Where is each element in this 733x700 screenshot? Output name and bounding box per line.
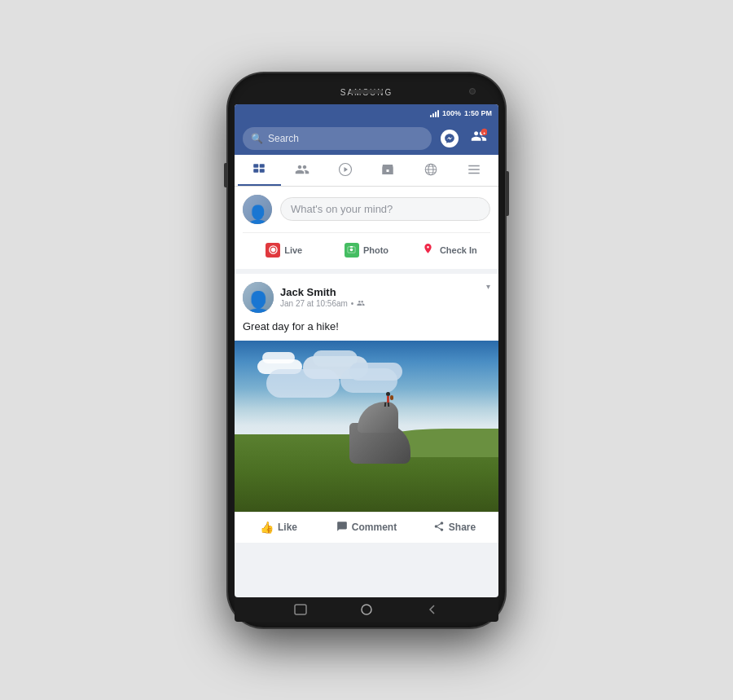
time-text: 1:50 PM bbox=[464, 109, 492, 117]
post-image bbox=[235, 341, 498, 512]
share-icon bbox=[433, 521, 445, 535]
post-options-chevron[interactable]: ▾ bbox=[486, 282, 490, 291]
share-label: Share bbox=[449, 522, 476, 533]
post-author-name: Jack Smith bbox=[280, 286, 365, 298]
back-button[interactable] bbox=[424, 604, 441, 615]
composer-actions: Live Photo bbox=[243, 232, 490, 261]
svg-rect-21 bbox=[295, 605, 306, 614]
svg-rect-2 bbox=[254, 164, 259, 168]
recent-apps-button[interactable] bbox=[292, 604, 309, 615]
side-button-volume bbox=[224, 163, 227, 187]
tab-friends[interactable] bbox=[281, 155, 324, 186]
photo-action-button[interactable]: Photo bbox=[325, 240, 407, 261]
svg-rect-20 bbox=[350, 246, 353, 248]
messenger-icon bbox=[441, 130, 459, 147]
post-text-content: Great day for a hike! bbox=[235, 318, 498, 341]
checkin-action-button[interactable]: Check In bbox=[408, 240, 490, 261]
rock-top bbox=[358, 402, 398, 433]
hiker-figure bbox=[384, 392, 391, 405]
phone-bottom-bar bbox=[235, 597, 498, 622]
live-icon bbox=[266, 243, 280, 258]
post-separator: • bbox=[351, 299, 354, 308]
signal-bar-3 bbox=[435, 112, 437, 117]
cloud-4 bbox=[266, 369, 340, 398]
phone-top-bar: SAMSUNG bbox=[235, 81, 498, 104]
checkin-icon bbox=[421, 243, 436, 258]
front-camera bbox=[469, 88, 476, 95]
search-placeholder: Search bbox=[268, 133, 299, 144]
cloud-2b bbox=[313, 350, 358, 367]
avatar-face bbox=[243, 195, 272, 224]
live-label: Live bbox=[284, 245, 302, 255]
signal-bar-2 bbox=[432, 113, 434, 117]
tab-menu[interactable] bbox=[452, 155, 495, 186]
live-action-button[interactable]: Live bbox=[243, 240, 325, 261]
comment-button[interactable]: Comment bbox=[323, 516, 410, 539]
svg-rect-4 bbox=[254, 169, 259, 173]
phone-screen: 100% 1:50 PM 🔍 Search bbox=[235, 104, 498, 597]
tab-globe[interactable] bbox=[410, 155, 453, 186]
backpack bbox=[390, 395, 393, 400]
like-icon: 👍 bbox=[260, 521, 274, 534]
svg-rect-3 bbox=[260, 164, 265, 168]
svg-text:+: + bbox=[483, 130, 485, 135]
facebook-header: 🔍 Search + bbox=[235, 122, 498, 155]
phone-speaker bbox=[350, 90, 383, 94]
like-label: Like bbox=[278, 522, 297, 533]
whats-on-mind-input[interactable]: What's on your mind? bbox=[280, 197, 490, 221]
navigation-tabs bbox=[235, 155, 498, 187]
post-author-details: Jack Smith Jan 27 at 10:56am • bbox=[280, 286, 365, 309]
hiker-body bbox=[387, 396, 389, 403]
post-author-avatar bbox=[243, 282, 274, 313]
svg-point-22 bbox=[362, 605, 371, 614]
messenger-button[interactable] bbox=[438, 127, 461, 150]
leg-left bbox=[384, 403, 386, 407]
photo-icon bbox=[345, 243, 359, 258]
composer-top: What's on your mind? bbox=[243, 195, 490, 224]
post-card: Jack Smith Jan 27 at 10:56am • ▾ bbox=[235, 274, 498, 543]
post-date: Jan 27 at 10:56am bbox=[280, 299, 348, 308]
user-avatar bbox=[243, 195, 272, 224]
side-button-power bbox=[506, 171, 509, 216]
cloud-5 bbox=[340, 368, 397, 393]
search-bar[interactable]: 🔍 Search bbox=[243, 127, 432, 150]
share-button[interactable]: Share bbox=[410, 516, 498, 539]
tab-marketplace[interactable] bbox=[366, 155, 410, 186]
search-icon: 🔍 bbox=[251, 133, 263, 144]
phone-device: SAMSUNG 100% 1:50 PM 🔍 Search bbox=[228, 73, 505, 627]
svg-rect-5 bbox=[260, 169, 265, 173]
tab-home[interactable] bbox=[238, 155, 281, 186]
photo-label: Photo bbox=[363, 245, 388, 255]
home-button[interactable] bbox=[358, 604, 375, 615]
post-privacy-icon bbox=[357, 299, 365, 309]
like-button[interactable]: 👍 Like bbox=[235, 516, 323, 539]
battery-text: 100% bbox=[442, 109, 461, 117]
friend-requests-button[interactable]: + bbox=[467, 127, 490, 150]
status-bar: 100% 1:50 PM bbox=[235, 104, 498, 122]
post-composer: What's on your mind? Live bbox=[235, 187, 498, 269]
rock-formation bbox=[345, 403, 415, 464]
post-user-info: Jack Smith Jan 27 at 10:56am • bbox=[243, 282, 365, 313]
comment-label: Comment bbox=[352, 522, 397, 533]
signal-indicator bbox=[430, 109, 439, 117]
svg-marker-7 bbox=[344, 167, 348, 172]
svg-point-19 bbox=[350, 249, 353, 252]
signal-bar-1 bbox=[430, 115, 432, 117]
hiker-legs bbox=[384, 403, 391, 407]
leg-right bbox=[388, 403, 389, 407]
post-header: Jack Smith Jan 27 at 10:56am • ▾ bbox=[235, 274, 498, 318]
comment-icon bbox=[336, 521, 348, 535]
post-avatar-face bbox=[243, 282, 274, 313]
checkin-label: Check In bbox=[440, 245, 477, 255]
cloud-1b bbox=[262, 352, 295, 363]
post-metadata: Jan 27 at 10:56am • bbox=[280, 299, 365, 309]
signal-bar-4 bbox=[437, 110, 439, 117]
post-actions: 👍 Like Comment bbox=[235, 512, 498, 543]
svg-point-16 bbox=[270, 248, 275, 253]
friends-icon: + bbox=[471, 128, 487, 148]
tab-video[interactable] bbox=[323, 155, 366, 186]
